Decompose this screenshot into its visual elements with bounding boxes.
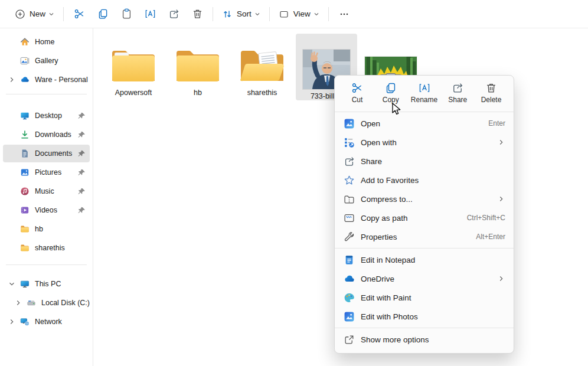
chevron-right-icon <box>14 299 22 307</box>
context-menu: Cut Copy Rename Share Delete Open En <box>334 75 514 354</box>
menu-item-open[interactable]: Open Enter <box>337 114 511 133</box>
delete-button[interactable] <box>185 4 209 24</box>
sidebar-item-onedrive-personal[interactable]: Ware - Personal <box>3 71 90 89</box>
file-name: hb <box>194 89 202 97</box>
notepad-icon <box>343 254 355 266</box>
menu-item-copy-as-path[interactable]: Copy as path Ctrl+Shift+C <box>337 208 511 227</box>
share-icon <box>343 155 355 167</box>
pin-icon <box>78 169 86 177</box>
sort-button[interactable]: Sort <box>217 5 266 23</box>
file-tile-apowersoft[interactable]: Apowersoft <box>103 34 164 100</box>
cut-icon <box>351 82 363 94</box>
new-button-label: New <box>30 9 45 18</box>
file-tile-hb[interactable]: hb <box>167 34 228 100</box>
network-icon <box>20 317 30 326</box>
drive-icon <box>27 298 36 308</box>
toolbar: New Sort View <box>0 0 588 28</box>
view-button-label: View <box>293 9 311 18</box>
sidebar-item-sharethis[interactable]: sharethis <box>3 239 90 257</box>
more-options-button[interactable] <box>332 4 356 24</box>
rename-button[interactable]: Rename <box>409 77 440 108</box>
toolbar-divider <box>269 7 270 21</box>
menu-item-show-more-options[interactable]: Show more options <box>337 330 511 349</box>
rename-button[interactable] <box>138 4 162 24</box>
this-pc-icon <box>20 279 30 289</box>
onedrive-cloud-icon <box>20 75 30 84</box>
file-tile-sharethis[interactable]: sharethis <box>231 34 293 100</box>
home-icon <box>20 37 30 47</box>
photos-app-icon <box>343 117 355 129</box>
sidebar-item-this-pc[interactable]: This PC <box>3 275 90 293</box>
sidebar-item-desktop[interactable]: Desktop <box>3 107 90 125</box>
pin-icon <box>78 131 86 139</box>
sidebar-item-music[interactable]: Music <box>3 182 90 200</box>
folder-icon <box>20 224 30 234</box>
gallery-icon <box>20 56 30 66</box>
pin-icon <box>78 150 86 158</box>
mouse-cursor <box>390 102 403 116</box>
sidebar-item-hb[interactable]: hb <box>3 220 90 238</box>
delete-icon <box>485 82 497 94</box>
menu-item-edit-with-photos[interactable]: Edit with Photos <box>337 307 511 326</box>
toolbar-divider <box>63 7 64 21</box>
documents-icon <box>20 149 30 158</box>
compress-zip-icon <box>343 193 355 205</box>
sidebar-item-home[interactable]: Home <box>3 33 90 51</box>
desktop-icon <box>20 111 30 120</box>
sidebar-item-pictures[interactable]: Pictures <box>3 164 90 181</box>
pin-icon <box>78 112 86 120</box>
pin-icon <box>78 207 86 214</box>
pictures-icon <box>20 168 30 177</box>
menu-item-onedrive[interactable]: OneDrive <box>337 269 511 288</box>
sidebar-item-videos[interactable]: Videos <box>3 201 90 219</box>
menu-item-share[interactable]: Share <box>337 152 511 171</box>
toolbar-divider <box>328 7 329 21</box>
cut-button[interactable]: Cut <box>341 77 373 108</box>
menu-item-edit-in-notepad[interactable]: Edit in Notepad <box>337 250 511 269</box>
videos-icon <box>20 205 30 215</box>
sort-arrows-icon <box>222 9 233 19</box>
onedrive-cloud-icon <box>343 273 355 285</box>
folder-icon <box>110 34 157 86</box>
sidebar-item-downloads[interactable]: Downloads <box>3 126 90 143</box>
sidebar-divider <box>6 94 87 94</box>
chevron-right-icon <box>8 318 16 326</box>
chevron-down-icon <box>254 11 260 17</box>
open-with-icon <box>343 136 355 148</box>
paste-button[interactable] <box>115 4 138 24</box>
sort-button-label: Sort <box>237 9 251 18</box>
sidebar-item-documents[interactable]: Documents <box>3 145 90 162</box>
sidebar-divider <box>6 264 87 265</box>
share-icon <box>452 82 463 94</box>
delete-button[interactable]: Delete <box>475 77 507 108</box>
sidebar-item-network[interactable]: Network <box>3 313 90 331</box>
cut-button[interactable] <box>67 4 91 24</box>
pin-icon <box>78 188 86 195</box>
chevron-right-icon <box>497 195 505 203</box>
new-button[interactable]: New <box>9 5 60 23</box>
copy-icon <box>385 82 397 94</box>
chevron-down-icon <box>8 280 16 288</box>
menu-separator <box>335 328 514 328</box>
favorites-star-icon <box>343 174 355 186</box>
toolbar-divider <box>213 7 213 21</box>
properties-wrench-icon <box>343 231 355 243</box>
chevron-down-icon <box>313 11 319 17</box>
menu-item-properties[interactable]: Properties Alt+Enter <box>337 227 511 246</box>
menu-item-open-with[interactable]: Open with <box>337 133 511 152</box>
share-button[interactable]: Share <box>442 77 473 108</box>
copy-button[interactable] <box>91 4 115 24</box>
navigation-pane: Home Gallery Ware - Personal Desktop Dow… <box>0 28 93 366</box>
menu-item-compress-to[interactable]: Compress to... <box>337 189 511 208</box>
share-button[interactable] <box>162 4 185 24</box>
photos-app-icon <box>343 311 355 322</box>
menu-item-edit-with-paint[interactable]: Edit with Paint <box>337 288 511 307</box>
view-button[interactable]: View <box>273 5 325 23</box>
sidebar-item-local-disk-c[interactable]: Local Disk (C:) <box>3 294 90 312</box>
folder-open-icon <box>239 34 286 86</box>
sidebar-item-gallery[interactable]: Gallery <box>3 52 90 70</box>
menu-item-add-to-favorites[interactable]: Add to Favorites <box>337 171 511 189</box>
view-layout-icon <box>279 9 289 19</box>
file-name: Apowersoft <box>115 89 152 97</box>
context-menu-quick-actions: Cut Copy Rename Share Delete <box>335 76 514 110</box>
